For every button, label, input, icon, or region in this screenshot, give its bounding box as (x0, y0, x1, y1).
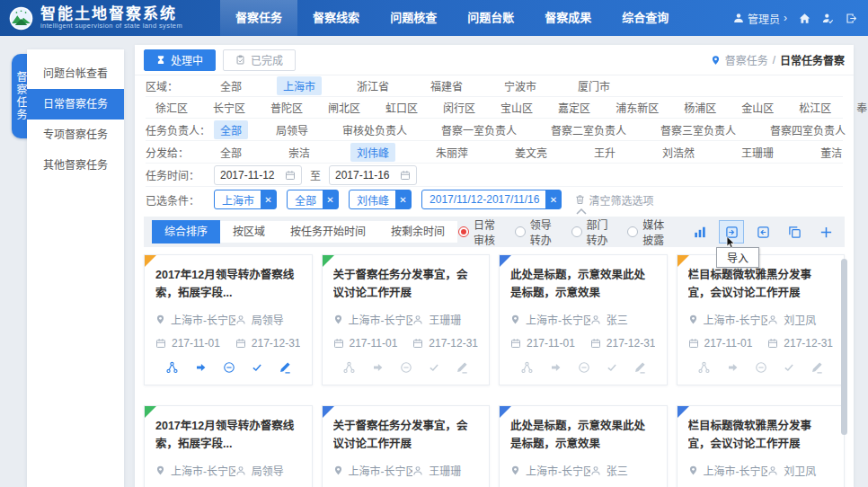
filter-option[interactable]: 宝山区 (494, 98, 539, 117)
filter-option[interactable]: 福建省 (424, 76, 469, 95)
distribute-icon[interactable] (165, 361, 179, 374)
filter-option[interactable]: 长宁区 (207, 98, 252, 117)
type-radio[interactable]: 领导转办 (515, 217, 560, 247)
filter-option[interactable]: 宁波市 (498, 76, 543, 95)
edit-icon[interactable] (279, 361, 291, 374)
distribute-icon[interactable] (342, 361, 356, 374)
filter-option[interactable]: 姜文亮 (509, 143, 554, 162)
filter-option[interactable]: 督察三室负责人 (654, 120, 742, 139)
forward-icon[interactable] (549, 362, 562, 373)
add-icon[interactable] (814, 221, 837, 243)
edit-icon[interactable] (633, 361, 646, 374)
sidebar-item[interactable]: 其他督察任务 (27, 150, 124, 181)
filter-option[interactable]: 董洁 (814, 143, 848, 162)
logout-icon[interactable] (846, 13, 857, 24)
type-radio[interactable]: 部门转办 (571, 217, 616, 247)
clear-filters-button[interactable]: 清空筛选选项 (575, 192, 653, 208)
vertical-scrollbar[interactable] (841, 259, 847, 435)
copy-icon[interactable] (783, 221, 806, 243)
forward-icon[interactable] (194, 362, 208, 373)
task-card[interactable]: 2017年12月领导转办督察线索，拓展字段... 上海市-长宁区 (144, 405, 313, 487)
close-icon[interactable]: ✕ (395, 190, 411, 208)
forward-icon[interactable] (371, 362, 385, 373)
nav-item[interactable]: 问题台账 (452, 0, 529, 36)
filter-option[interactable]: 上海市 (277, 76, 322, 95)
filter-option[interactable]: 朱丽萍 (430, 143, 474, 162)
date-to-input[interactable]: 2017-11-16 (329, 165, 417, 185)
filter-option[interactable]: 全部 (214, 143, 248, 162)
collapse-chevron-icon[interactable] (568, 207, 595, 216)
task-card[interactable]: 栏目标题微软雅黑分发事宜，会议讨论工作开展 上海市-长宁区 (677, 405, 846, 487)
filter-option[interactable]: 厦门市 (571, 76, 616, 95)
filter-option[interactable]: 嘉定区 (552, 98, 597, 117)
nav-item[interactable]: 督察线索 (297, 0, 375, 36)
distribute-icon[interactable] (697, 361, 711, 374)
suspend-icon[interactable] (755, 361, 767, 374)
task-card[interactable]: 关于督察任务分发事宜，会议讨论工作开展 上海市-长宁区 (322, 254, 491, 385)
forward-icon[interactable] (726, 362, 740, 373)
nav-item[interactable]: 督察任务 (220, 0, 297, 36)
filter-option[interactable]: 崇洁 (282, 143, 316, 162)
breadcrumb-root[interactable]: 督察任务 (725, 52, 768, 67)
type-radio[interactable]: 日常审核 (458, 217, 503, 247)
export-icon[interactable] (751, 221, 775, 243)
filter-option[interactable]: 松江区 (793, 98, 837, 117)
sort-option[interactable]: 综合排序 (152, 220, 220, 244)
home-icon[interactable] (799, 13, 810, 24)
date-from-input[interactable]: 2017-11-12 (214, 165, 302, 185)
distribute-icon[interactable] (520, 361, 534, 374)
complete-icon[interactable] (251, 362, 263, 373)
filter-option[interactable]: 督察二室负责人 (545, 120, 633, 139)
filter-option[interactable]: 局领导 (270, 120, 314, 139)
filter-option[interactable]: 督察四室负责人 (764, 120, 852, 139)
filter-option[interactable]: 普陀区 (264, 98, 309, 117)
sort-option[interactable]: 按剩余时间 (378, 220, 457, 244)
suspend-icon[interactable] (223, 361, 235, 374)
filter-option[interactable]: 全部 (214, 76, 248, 95)
suspend-icon[interactable] (578, 361, 590, 374)
filter-option[interactable]: 刘浩然 (656, 143, 701, 162)
sort-option[interactable]: 按区域 (220, 220, 278, 244)
sidebar-item[interactable]: 日常督察任务 (27, 89, 124, 120)
sidebar-item[interactable]: 问题台帐查看 (27, 58, 124, 89)
sidebar-item[interactable]: 专项督察任务 (27, 120, 124, 150)
filter-option[interactable]: 刘伟峰 (350, 143, 395, 162)
task-card[interactable]: 2017年12月领导转办督察线索，拓展字段... 上海市-长宁区 (144, 254, 313, 385)
close-icon[interactable]: ✕ (323, 190, 338, 208)
tab-processing[interactable]: 处理中 (144, 49, 216, 71)
filter-option[interactable]: 金山区 (735, 98, 780, 117)
complete-icon[interactable] (783, 362, 795, 373)
edit-icon[interactable] (810, 361, 823, 374)
task-card[interactable]: 此处是标题，示意效果此处是标题，示意效果 上海市-长宁区 (499, 254, 668, 385)
complete-icon[interactable] (606, 362, 618, 373)
tab-done[interactable]: 已完成 (223, 49, 296, 71)
nav-item[interactable]: 督察成果 (529, 0, 607, 36)
chart-icon[interactable] (688, 221, 712, 243)
filter-option[interactable]: 王升 (588, 143, 622, 162)
task-card[interactable]: 关于督察任务分发事宜，会议讨论工作开展 上海市-长宁区 (322, 405, 491, 487)
filter-option[interactable]: 徐汇区 (149, 98, 194, 117)
filter-option[interactable]: 闵行区 (437, 98, 482, 117)
filter-option[interactable]: 督察一室负责人 (435, 120, 523, 139)
nav-item[interactable]: 问题核查 (375, 0, 452, 36)
complete-icon[interactable] (428, 362, 440, 373)
nav-item[interactable]: 综合查询 (607, 0, 684, 36)
filter-option[interactable]: 奉贤区 (850, 98, 868, 117)
user-audit-icon[interactable] (822, 13, 834, 24)
task-card[interactable]: 栏目标题微软雅黑分发事宜，会议讨论工作开展 上海市-长宁区 (677, 254, 846, 385)
type-radio[interactable]: 媒体披露 (627, 217, 672, 247)
task-card[interactable]: 此处是标题，示意效果此处是标题，示意效果 上海市-长宁区 (499, 405, 668, 487)
user-menu[interactable]: 管理员 › (733, 11, 787, 26)
filter-option[interactable]: 审核处负责人 (336, 120, 413, 139)
filter-option[interactable]: 闸北区 (322, 98, 367, 117)
filter-option[interactable]: 浙江省 (350, 76, 395, 95)
filter-option[interactable]: 虹口区 (379, 98, 424, 117)
filter-option[interactable]: 浦东新区 (609, 98, 665, 117)
sort-option[interactable]: 按任务开始时间 (278, 220, 378, 244)
edit-icon[interactable] (456, 361, 468, 374)
filter-option[interactable]: 全部 (214, 120, 248, 139)
close-icon[interactable]: ✕ (545, 190, 561, 208)
import-icon[interactable]: 导入 (720, 221, 743, 243)
close-icon[interactable]: ✕ (261, 190, 276, 208)
suspend-icon[interactable] (400, 361, 412, 374)
